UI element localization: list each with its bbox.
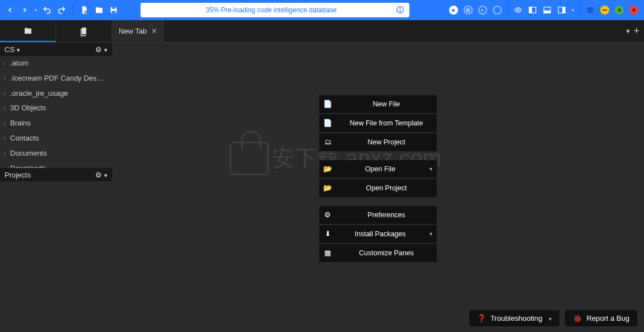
troubleshooting-button[interactable]: ❓Troubleshooting [469,310,560,326]
editor-tab-label: New Tab [119,27,147,35]
tree-item[interactable]: .Icecream PDF Candy Desktop [0,71,112,86]
editor-tab[interactable]: New Tab ✕ [112,20,165,42]
projects-header-label: Projects [4,171,31,179]
start-menu: 📄New File 📄New File from Template 🗂New P… [319,95,437,263]
status-text: 35% Pre-loading code intelligence databa… [146,6,396,14]
svg-marker-13 [572,10,574,11]
debug-button[interactable] [491,3,504,17]
help-icon: ❓ [477,314,486,322]
tree-item[interactable]: Documents [0,146,112,161]
nav-forward-button[interactable] [18,3,31,17]
svg-rect-17 [603,10,607,11]
minimize-button[interactable] [598,3,612,17]
svg-rect-3 [112,11,116,13]
new-file-button[interactable]: 📄New File [319,95,437,113]
add-tab-icon[interactable]: + [633,25,640,37]
sidebar-tabs: New Tab ✕ ▾ + [0,20,644,43]
undo-button[interactable] [40,3,54,17]
record-button[interactable] [447,3,460,17]
panel-dropdown[interactable] [570,3,576,17]
svg-rect-12 [563,7,565,13]
tree-item[interactable]: .atom [0,56,112,71]
customize-panes-button[interactable]: ▦Customize Panes [319,244,437,262]
project-icon: 🗂 [319,138,336,146]
tree-item[interactable]: 3D Objects [0,101,112,116]
tree-item[interactable]: Downloads [0,161,112,168]
grid-icon: ▦ [319,249,336,257]
maximize-button[interactable] [613,3,626,17]
tree-item[interactable]: Contacts [0,131,112,146]
panel-bottom-icon[interactable] [540,3,554,17]
svg-marker-5 [482,8,484,12]
save-button[interactable] [107,3,120,17]
nav-dropdown[interactable] [32,3,39,17]
install-packages-button[interactable]: ⬇Install Packages▾ [319,225,437,243]
svg-rect-4 [466,8,470,12]
svg-rect-2 [112,7,115,9]
main-toolbar: 35% Pre-loading code intelligence databa… [0,0,644,20]
sidebar-header[interactable]: CS ▾ ⚙ ▾ [0,43,112,56]
download-icon: ⬇ [319,230,336,238]
folder-icon: 📂 [319,184,336,192]
file-icon: 📄 [319,100,336,108]
svg-point-6 [517,9,519,11]
template-icon: 📄 [319,119,336,127]
folder-icon: 📂 [319,165,336,173]
tab-menu-icon[interactable]: ▾ [626,27,630,35]
panel-right-icon[interactable] [555,3,568,17]
projects-header[interactable]: Projects ⚙ ▾ [0,168,112,181]
gear-icon[interactable]: ⚙ ▾ [95,171,108,179]
chevron-down-icon: ▾ [424,166,437,172]
gear-icon: ⚙ [319,211,336,219]
chevron-down-icon: ▾ [424,231,437,237]
menu-icon[interactable] [584,3,597,17]
info-icon[interactable]: ⓘ [396,5,404,15]
eye-icon[interactable] [511,3,525,17]
sidebar: CS ▾ ⚙ ▾ .atom .Icecream PDF Candy Deskt… [0,43,112,332]
play-button[interactable] [476,3,489,17]
status-bar: 35% Pre-loading code intelligence databa… [141,3,409,17]
tree-item[interactable]: .oracle_jre_usage [0,86,112,101]
new-file-button[interactable] [78,3,91,17]
tree-item[interactable]: Brains [0,116,112,131]
new-file-template-button[interactable]: 📄New File from Template [319,114,437,132]
editor-area: 安下载 anxz.com 📄New File 📄New File from Te… [112,43,644,332]
nav-back-button[interactable] [3,3,17,17]
open-button[interactable] [92,3,106,17]
open-project-button[interactable]: 📂Open Project [319,179,437,197]
stop-button[interactable] [461,3,475,17]
redo-button[interactable] [55,3,68,17]
new-project-button[interactable]: 🗂New Project [319,133,437,151]
sidebar-header-label: CS [4,45,15,54]
file-tree: .atom .Icecream PDF Candy Desktop .oracl… [0,56,112,168]
files-tab[interactable] [0,20,56,42]
gear-icon[interactable]: ⚙ ▾ [95,45,108,54]
panel-left-icon[interactable] [526,3,539,17]
open-file-button[interactable]: 📂Open File▾ [319,160,437,178]
svg-rect-8 [529,7,531,13]
svg-rect-10 [544,11,550,13]
close-button[interactable] [627,3,641,17]
report-bug-button[interactable]: 🐞Report a Bug [565,310,637,326]
svg-marker-0 [35,10,37,11]
bug-icon: 🐞 [573,314,582,322]
documents-tab[interactable] [56,20,112,42]
preferences-button[interactable]: ⚙Preferences [319,206,437,224]
close-tab-icon[interactable]: ✕ [151,27,157,35]
